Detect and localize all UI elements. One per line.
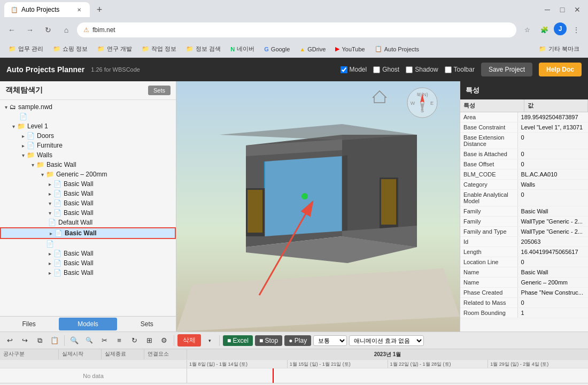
tree-item-root[interactable]: ▾ 🗂 sample.nwd [0,102,176,112]
toggle-icon[interactable]: ▸ [46,269,53,276]
close-button[interactable]: ✕ [571,3,584,16]
restore-button[interactable]: □ [556,3,569,16]
bookmark-item-google[interactable]: G Google [260,44,294,54]
grid-button[interactable]: ⊞ [143,334,156,347]
browser-chrome: 📋 Auto Projects ✕ + ─ □ ✕ ← → ↻ ⌂ ⚠ fbim… [0,0,588,58]
tree-item-doc[interactable]: 📄 [0,112,176,121]
zoom-in-button[interactable]: 🔍 [68,334,81,347]
back-button[interactable]: ← [4,22,19,37]
tree-item-bw7[interactable]: ▸ 📄 Basic Wall [0,249,176,258]
extensions-button[interactable]: 🧩 [537,22,552,37]
tree-item-furniture[interactable]: ▸ 📄 Furniture [0,141,176,150]
properties-table[interactable]: 특성 값 Area189.95492504873897Base Constrai… [460,99,588,332]
tree-item-generic200[interactable]: ▾ 📁 Generic – 200mm [0,170,176,179]
model-checkbox-label[interactable]: Model [341,66,367,73]
model-checkbox[interactable] [341,66,347,73]
menu-button[interactable]: ⋮ [569,22,584,37]
tab-models[interactable]: Models [59,318,117,330]
panel-header: 객체탐색기 Sets [0,81,176,100]
bookmark-item-youtube[interactable]: ▶ YouTube [331,44,369,54]
shadow-checkbox[interactable] [406,66,413,73]
toggle-icon[interactable]: ▸ [19,132,27,140]
forward-button[interactable]: → [22,22,37,37]
bookmark-item-autoprojects[interactable]: 📋 Auto Projects [370,44,423,54]
tree-item-bw9[interactable]: ▸ 📄 Basic Wall [0,268,176,278]
address-input[interactable]: ⚠ fbim.net [77,22,516,37]
bookmark-item-정보검색[interactable]: 📁 정보 검색 [182,43,225,55]
profile-button[interactable]: J [554,22,567,35]
zoom-out-button[interactable]: 🔍 [83,334,96,347]
bookmark-item-업무관리[interactable]: 📁 업무 관리 [4,43,48,55]
cut-button[interactable]: ✂ [98,334,111,347]
tree-item-bw-empty[interactable]: 📄 [0,239,176,249]
timeline-content[interactable] [187,368,588,383]
toggle-icon[interactable]: ▸ [47,229,55,237]
tree-item-walls[interactable]: ▾ 📁 Walls [0,150,176,160]
toggle-icon[interactable]: ▸ [46,250,53,257]
minimize-button[interactable]: ─ [541,3,554,16]
home-button[interactable]: ⌂ [59,22,74,37]
bookmark-item-gdrive[interactable]: ▲ GDrive [295,44,330,54]
bookmark-item-쇼핑정보[interactable]: 📁 쇼핑 정보 [49,43,92,55]
viewport[interactable]: 북(N) S E W [176,81,460,332]
shadow-checkbox-label[interactable]: Shadow [406,66,438,73]
tree-item-doors[interactable]: ▸ 📄 Doors [0,131,176,141]
toggle-icon[interactable]: ▾ [29,161,36,168]
toolbar-checkbox[interactable] [445,66,452,73]
paste-button[interactable]: 📋 [48,334,61,347]
excel-button[interactable]: ■ Excel [223,335,253,346]
toggle-icon[interactable]: ▸ [46,259,53,267]
animation-select[interactable]: 애니메이션 효과 없음 페이드 슬라이드 [349,335,424,346]
toggle-icon[interactable]: ▾ [2,103,10,111]
prop-key: Base Offset [460,159,518,169]
stop-button[interactable]: ■ Stop [255,335,282,346]
tab-close-button[interactable]: ✕ [75,5,83,14]
save-project-button[interactable]: Save Project [481,63,532,76]
tree-item-bw4[interactable]: ▾ 📄 Basic Wall [0,208,176,218]
tree-item-bw1[interactable]: ▸ 📄 Basic Wall [0,179,176,189]
help-doc-button[interactable]: Help Doc [539,63,582,76]
redo-button[interactable]: ↪ [18,334,31,347]
tree-item-level1[interactable]: ▾ 📁 Level 1 [0,121,176,131]
align-button[interactable]: ≡ [113,334,126,347]
toggle-icon[interactable]: ▾ [46,209,53,217]
ghost-checkbox-label[interactable]: Ghost [373,66,399,73]
play-button[interactable]: ● Play [284,335,311,346]
ghost-checkbox[interactable] [373,66,380,73]
sets-button[interactable]: Sets [148,86,171,95]
toggle-icon[interactable]: ▸ [19,142,27,149]
toolbar-checkbox-label[interactable]: Toolbar [445,66,475,73]
copy-button[interactable]: ⧉ [33,334,46,347]
undo-button[interactable]: ↩ [3,334,16,347]
delete-dropdown-button[interactable]: ▾ [203,334,216,347]
bookmark-item-작업정보[interactable]: 📁 작업 정보 [137,43,181,55]
tree-label: Basic Wall [64,250,94,257]
new-tab-button[interactable]: + [92,2,107,17]
tree-item-bw8[interactable]: ▸ 📄 Basic Wall [0,258,176,268]
toggle-icon[interactable]: ▾ [38,171,46,178]
toggle-icon[interactable]: ▾ [10,122,17,130]
bookmark-star-button[interactable]: ☆ [520,22,535,37]
bookmark-item-기타북마크[interactable]: 📁 기타 북마크 [535,43,584,55]
bookmark-item-naver[interactable]: N 네이버 [226,43,259,55]
speed-select[interactable]: 보통 느리게 빠르게 [313,335,347,346]
tab-files[interactable]: Files [0,317,58,332]
refresh-button[interactable]: ↻ [128,334,141,347]
toggle-icon[interactable]: ▾ [46,199,53,207]
toggle-icon[interactable]: ▾ [19,151,27,159]
tree-item-bw3[interactable]: ▾ 📄 Basic Wall [0,198,176,208]
tree-item-defaultwall[interactable]: 📄 Default Wall [0,218,176,227]
tree-item-bw-selected[interactable]: ▸ 📄 Basic Wall [0,227,176,239]
active-tab[interactable]: 📋 Auto Projects ✕ [4,2,90,17]
toggle-icon[interactable]: ▸ [46,180,53,188]
tree-view[interactable]: ▾ 🗂 sample.nwd 📄 ▾ 📁 Level 1 ▸ 📄 Doors [0,100,176,316]
delete-button[interactable]: 삭제 [177,334,201,346]
toggle-icon[interactable]: ▸ [46,190,53,197]
settings-button[interactable]: ⚙ [158,334,171,347]
toolbar-separator-3 [219,335,220,346]
bookmark-item-연구개발[interactable]: 📁 연구 개발 [93,43,136,55]
tab-sets[interactable]: Sets [118,317,176,332]
reload-button[interactable]: ↻ [41,22,56,37]
tree-item-basicwall-parent[interactable]: ▾ 📁 Basic Wall [0,160,176,170]
tree-item-bw2[interactable]: ▸ 📄 Basic Wall [0,189,176,198]
